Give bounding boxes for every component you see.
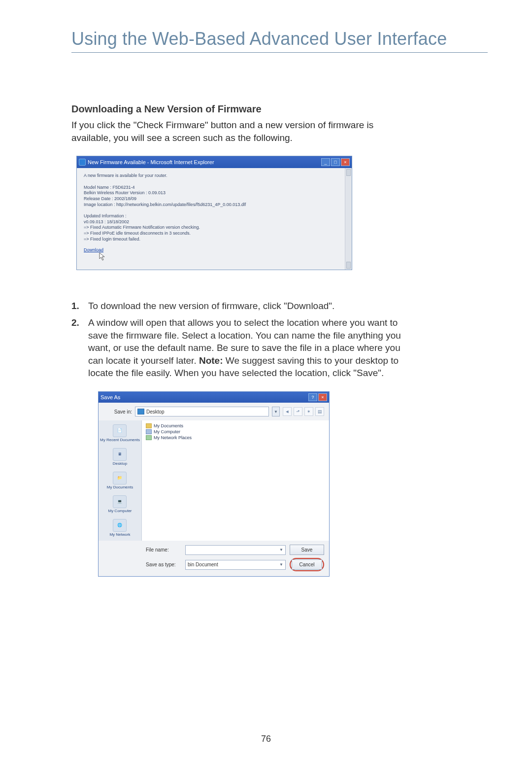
place-label: My Network [109, 533, 130, 537]
cancel-button[interactable]: Cancel [292, 559, 322, 570]
info-line: A new firmware is available for your rou… [84, 173, 345, 179]
section-heading: Downloading a New Version of Firmware [71, 104, 406, 115]
filename-field[interactable]: ▼ [185, 545, 286, 555]
saveas-top-row: Save in: Desktop ▼ ◄ ⬏ ✶ ▤ [99, 403, 329, 420]
dropdown-arrow-icon[interactable]: ▼ [272, 407, 280, 416]
recent-documents-icon: 📄 [113, 424, 127, 437]
save-as-dialog: Save As ? × Save in: Desktop ▼ ◄ ⬏ ✶ ▤ [98, 391, 330, 577]
save-in-value: Desktop [146, 409, 165, 415]
file-label: My Network Places [154, 435, 192, 440]
up-icon[interactable]: ⬏ [294, 407, 302, 416]
version-detail-line: v0.09.013 : 18/18/2002 [84, 219, 345, 225]
intro-paragraph: If you click the "Check Firmware" button… [71, 119, 406, 144]
browser-body: A new firmware is available for your rou… [77, 168, 352, 270]
version-line: Belkin Wireless Router Version : 0.09.01… [84, 190, 345, 196]
file-list[interactable]: My Documents My Computer My Network Plac… [142, 420, 329, 541]
step-number: 2. [71, 316, 88, 380]
place-my-network[interactable]: 🌐 My Network [109, 519, 130, 537]
fix-line-3: => Fixed login timeout failed. [84, 237, 345, 242]
file-label: My Computer [154, 429, 180, 434]
page-number: 76 [0, 734, 532, 744]
file-item-my-computer[interactable]: My Computer [146, 429, 325, 434]
computer-icon: 💻 [113, 495, 127, 508]
filename-label: File name: [146, 547, 181, 553]
desktop-place-icon: 🖥 [113, 448, 127, 461]
model-line: Model Name : F5D6231-4 [84, 185, 345, 191]
image-location-line: Image location : http://networking.belki… [84, 202, 345, 208]
step-2: 2. A window will open that allows you to… [71, 316, 406, 380]
page-title: Using the Web-Based Advanced User Interf… [71, 29, 488, 53]
place-label: My Recent Documents [100, 438, 140, 442]
desktop-icon [137, 409, 144, 415]
window-titlebar: New Firmware Available - Microsoft Inter… [77, 156, 352, 168]
step-number: 1. [71, 300, 88, 312]
firmware-available-window: New Firmware Available - Microsoft Inter… [76, 156, 352, 270]
close-button[interactable]: × [318, 393, 327, 401]
cancel-highlight-circle: Cancel [290, 558, 324, 571]
place-label: My Documents [107, 485, 133, 489]
network-icon: 🌐 [113, 519, 127, 532]
save-button[interactable]: Save [290, 545, 324, 555]
views-icon[interactable]: ▤ [315, 407, 324, 416]
place-desktop[interactable]: 🖥 Desktop [113, 448, 127, 466]
step-1: 1. To download the new version of firmwa… [71, 300, 406, 312]
cursor-icon [99, 252, 106, 261]
step-text: A window will open that allows you to se… [88, 316, 406, 380]
save-in-combo[interactable]: Desktop [135, 407, 269, 416]
step-text: To download the new version of firmware,… [88, 300, 406, 312]
dropdown-arrow-icon[interactable]: ▼ [279, 562, 283, 567]
save-in-label: Save in: [103, 409, 132, 415]
place-recent-documents[interactable]: 📄 My Recent Documents [100, 424, 140, 442]
window-title: New Firmware Available - Microsoft Inter… [88, 159, 214, 165]
places-bar: 📄 My Recent Documents 🖥 Desktop 📁 My Doc… [99, 420, 142, 541]
place-label: My Computer [108, 509, 132, 513]
steps-list: 1. To download the new version of firmwa… [71, 300, 406, 380]
updated-info-line: Updated Information : [84, 213, 345, 219]
saveas-titlebar: Save As ? × [99, 392, 329, 403]
saveastype-value: bin Document [188, 562, 218, 567]
close-button[interactable]: × [341, 158, 350, 166]
file-item-my-network-places[interactable]: My Network Places [146, 435, 325, 440]
computer-icon [146, 429, 152, 434]
ie-icon [79, 159, 86, 166]
note-label: Note: [199, 355, 223, 366]
scrollbar[interactable] [345, 168, 352, 270]
help-button[interactable]: ? [308, 393, 317, 401]
saveastype-label: Save as type: [146, 562, 181, 567]
saveas-title: Save As [100, 394, 120, 400]
minimize-button[interactable]: _ [321, 158, 330, 166]
place-label: Desktop [113, 462, 127, 466]
place-my-computer[interactable]: 💻 My Computer [108, 495, 132, 513]
folder-icon [146, 423, 152, 428]
file-item-my-documents[interactable]: My Documents [146, 423, 325, 428]
network-places-icon [146, 435, 152, 440]
new-folder-icon[interactable]: ✶ [304, 407, 313, 416]
fix-line-1: => Fixed Automatic Firmware Notification… [84, 225, 345, 231]
documents-icon: 📁 [113, 472, 127, 484]
release-date-line: Release Date : 2002/18/09 [84, 196, 345, 202]
fix-line-2: => Fixed IPPoE idle timeout disconnects … [84, 231, 345, 237]
file-label: My Documents [154, 423, 183, 428]
saveastype-field[interactable]: bin Document ▼ [185, 560, 286, 570]
dropdown-arrow-icon[interactable]: ▼ [279, 548, 283, 552]
maximize-button[interactable]: □ [331, 158, 340, 166]
back-icon[interactable]: ◄ [283, 407, 292, 416]
saveas-bottom-controls: File name: ▼ Save Save as type: bin Docu… [99, 541, 329, 576]
place-my-documents[interactable]: 📁 My Documents [107, 472, 133, 489]
